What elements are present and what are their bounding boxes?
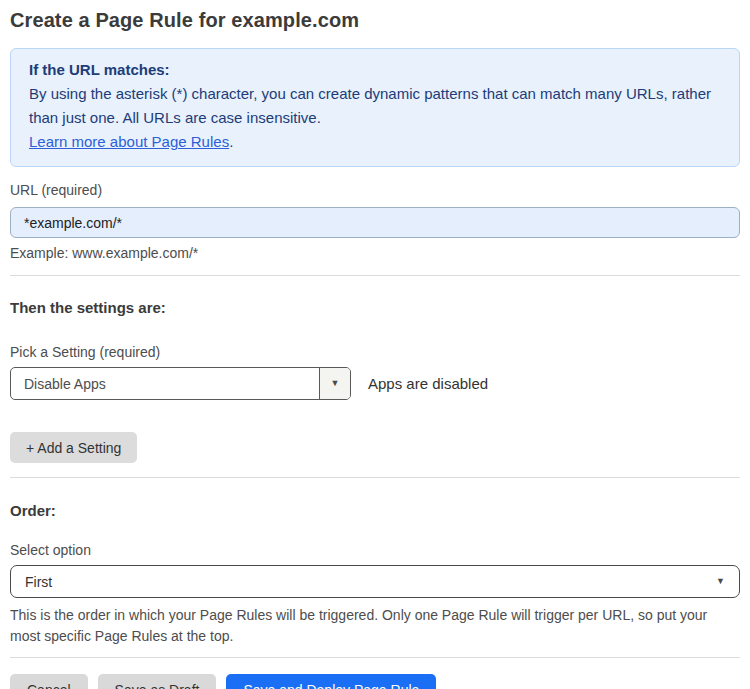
setting-dropdown-value: Disable Apps xyxy=(11,368,319,399)
info-box-body: By using the asterisk (*) character, you… xyxy=(29,82,721,130)
setting-status-text: Apps are disabled xyxy=(368,375,488,392)
url-field-label: URL (required) xyxy=(10,181,740,199)
pick-setting-label: Pick a Setting (required) xyxy=(10,343,740,361)
link-suffix: . xyxy=(229,133,233,150)
info-box-heading: If the URL matches: xyxy=(29,58,721,82)
order-select[interactable]: First ▼ xyxy=(10,565,740,598)
setting-row: Disable Apps ▼ Apps are disabled xyxy=(10,367,740,400)
footer-actions: Cancel Save as Draft Save and Deploy Pag… xyxy=(10,674,740,689)
page-rule-form: Create a Page Rule for example.com If th… xyxy=(0,0,750,689)
divider xyxy=(10,477,740,478)
learn-more-link[interactable]: Learn more about Page Rules xyxy=(29,133,229,150)
order-helper-text: This is the order in which your Page Rul… xyxy=(10,605,730,647)
save-as-draft-button[interactable]: Save as Draft xyxy=(98,674,217,689)
info-box-link-line: Learn more about Page Rules. xyxy=(29,130,721,154)
add-setting-button[interactable]: + Add a Setting xyxy=(10,432,137,463)
setting-dropdown-arrow-button[interactable]: ▼ xyxy=(319,368,350,399)
order-select-label: Select option xyxy=(10,541,740,559)
order-select-value: First xyxy=(25,574,52,590)
caret-down-icon: ▼ xyxy=(331,379,340,388)
divider xyxy=(10,275,740,276)
setting-dropdown[interactable]: Disable Apps ▼ xyxy=(10,367,351,400)
url-example-helper: Example: www.example.com/* xyxy=(10,244,740,262)
cancel-button[interactable]: Cancel xyxy=(10,674,88,689)
order-section-heading: Order: xyxy=(10,501,740,520)
save-and-deploy-button[interactable]: Save and Deploy Page Rule xyxy=(226,674,436,689)
page-title: Create a Page Rule for example.com xyxy=(10,6,740,34)
divider xyxy=(10,657,740,658)
url-input[interactable] xyxy=(10,207,740,238)
settings-section-heading: Then the settings are: xyxy=(10,298,740,317)
url-match-info-box: If the URL matches: By using the asteris… xyxy=(10,48,740,167)
caret-down-icon: ▼ xyxy=(716,577,725,586)
